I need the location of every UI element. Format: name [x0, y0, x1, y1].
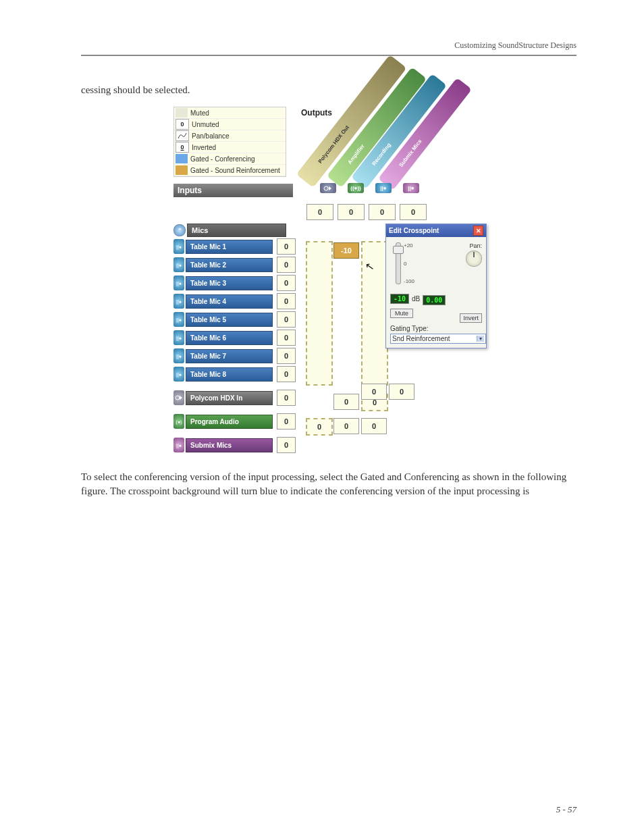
mic-2-label[interactable]: Table Mic 2 — [186, 258, 273, 272]
invert-button[interactable]: Invert — [460, 313, 482, 323]
mic-1-zero[interactable]: 0 — [277, 238, 296, 255]
pan-knob[interactable] — [466, 251, 482, 267]
mic-6-label[interactable]: Table Mic 6 — [186, 331, 273, 345]
output-base-badges: ((●)) ||● ||● — [320, 183, 419, 193]
gated-conf-swatch — [176, 154, 188, 163]
program-icon: (●) — [173, 414, 184, 429]
pan-label: Pan: — [466, 242, 482, 249]
legend-inverted-label: Inverted — [192, 144, 216, 151]
mute-button[interactable]: Mute — [390, 309, 413, 318]
mic-6-zero[interactable]: 0 — [277, 330, 296, 346]
gain-slider[interactable] — [396, 242, 401, 284]
slider-thumb[interactable] — [393, 246, 404, 254]
mic-icon: ||● — [173, 239, 184, 254]
page-header: Customizing SoundStructure Designs — [81, 41, 576, 56]
mic-icon: ||● — [173, 312, 184, 327]
mic-3-label[interactable]: Table Mic 3 — [186, 276, 273, 290]
submix-in-label[interactable]: Submix Mics — [186, 438, 273, 452]
submix-in-icon: ||● — [173, 438, 184, 452]
legend-muted: Muted — [174, 107, 286, 119]
col-zero-1[interactable]: 0 — [338, 204, 365, 220]
inverted-swatch: 0 — [176, 142, 189, 153]
legend-gated-conf-label: Gated - Conferencing — [190, 155, 255, 163]
submix-in-zero[interactable]: 0 — [277, 437, 296, 453]
mic-4-label[interactable]: Table Mic 4 — [186, 294, 273, 309]
gating-type-select[interactable]: Snd Reinforcement ▾ — [390, 334, 486, 344]
mics-group-label[interactable]: Mics — [187, 224, 286, 237]
legend-box: Muted 0 Unmuted Pan/balance 0 Inv — [173, 107, 286, 177]
svg-point-1 — [176, 396, 180, 400]
mic-icon: ||● — [173, 257, 184, 272]
mic-5-label[interactable]: Table Mic 5 — [186, 313, 273, 327]
mic-5-zero[interactable]: 0 — [277, 311, 296, 328]
cp-prog-amp[interactable]: 0 — [333, 418, 359, 434]
legend-muted-label: Muted — [190, 109, 209, 117]
gating-type-value: Snd Reinforcement — [392, 335, 450, 342]
mic-7-zero[interactable]: 0 — [277, 348, 296, 364]
crosspoint-selected[interactable]: -10 — [333, 242, 359, 259]
mics-collapse-icon[interactable]: ⌃ — [173, 224, 186, 236]
table-row: Polycom HDX In 0 — [173, 389, 484, 407]
pan-value[interactable]: 0.00 — [423, 295, 446, 305]
badge-hdx-out — [320, 183, 336, 193]
svg-point-0 — [324, 186, 328, 190]
cp-sub-rec[interactable]: 0 — [361, 384, 387, 400]
db-unit: dB — [412, 295, 420, 303]
mic-icon: ||● — [173, 348, 184, 363]
matrix-col-hdxout[interactable] — [306, 241, 333, 386]
body-text-below: To select the conferencing version of th… — [81, 470, 576, 498]
mic-7-label[interactable]: Table Mic 7 — [186, 349, 273, 363]
matrix-screenshot: Muted 0 Unmuted Pan/balance 0 Inv — [173, 107, 484, 454]
badge-submix: ||● — [403, 183, 419, 193]
legend-pan-label: Pan/balance — [192, 132, 230, 140]
col-zero-0[interactable]: 0 — [306, 204, 333, 220]
mic-1-label[interactable]: Table Mic 1 — [186, 240, 273, 254]
mic-8-label[interactable]: Table Mic 8 — [186, 367, 273, 382]
legend-unmuted-label: Unmuted — [192, 121, 219, 128]
mic-icon: ||● — [173, 294, 184, 309]
gating-type-label: Gating Type: — [390, 325, 482, 332]
hdx-in-label[interactable]: Polycom HDX In — [186, 391, 273, 405]
legend-pan: Pan/balance — [174, 130, 286, 142]
slider-ticks: +20 0 -100 — [404, 242, 414, 284]
legend-inverted: 0 Inverted — [174, 142, 286, 153]
hdx-in-icon — [173, 390, 184, 405]
legend-gated-conf: Gated - Conferencing — [174, 153, 286, 165]
col-zero-2[interactable]: 0 — [369, 204, 396, 220]
cp-hdxin-amp[interactable]: 0 — [333, 394, 359, 410]
unmuted-swatch: 0 — [176, 119, 189, 130]
muted-swatch — [176, 108, 188, 118]
badge-recording: ||● — [375, 183, 392, 193]
legend-gated-sr-label: Gated - Sound Reinforcement — [190, 167, 280, 174]
mic-3-zero[interactable]: 0 — [277, 275, 296, 291]
body-text-above: cessing should be selected. — [81, 83, 576, 97]
cp-prog-rec[interactable]: 0 — [361, 418, 387, 434]
col-zero-3[interactable]: 0 — [400, 204, 427, 220]
program-zero[interactable]: 0 — [277, 413, 296, 429]
inputs-title: Inputs — [173, 184, 293, 197]
mic-icon: ||● — [173, 367, 184, 382]
table-row: ||● Submix Mics 0 — [173, 436, 484, 454]
page-number: 5 - 57 — [556, 804, 576, 815]
cp-prog-hdxout[interactable]: 0 — [306, 418, 333, 436]
mic-icon: ||● — [173, 330, 184, 345]
mic-icon: ||● — [173, 276, 184, 290]
gated-sr-swatch — [176, 165, 188, 175]
popup-close-button[interactable]: ✕ — [473, 226, 483, 236]
legend-gated-sr: Gated - Sound Reinforcement — [174, 165, 286, 176]
cp-sub-submix[interactable]: 0 — [389, 384, 414, 400]
popup-title-text: Edit Crosspoint — [389, 227, 439, 234]
gain-value[interactable]: -10 — [390, 294, 409, 304]
program-label[interactable]: Program Audio — [186, 415, 273, 429]
chevron-down-icon: ▾ — [477, 336, 484, 342]
badge-amplifier: ((●)) — [348, 183, 364, 193]
edit-crosspoint-popup: Edit Crosspoint ✕ +20 0 -100 — [385, 224, 487, 348]
hdx-in-zero[interactable]: 0 — [277, 390, 296, 406]
mic-8-zero[interactable]: 0 — [277, 366, 296, 382]
legend-unmuted: 0 Unmuted — [174, 119, 286, 130]
output-diagonal-labels: Polycom HDX Out Amplifier Recording Subm… — [324, 107, 486, 182]
pan-swatch — [176, 130, 189, 141]
mic-4-zero[interactable]: 0 — [277, 293, 296, 309]
mic-2-zero[interactable]: 0 — [277, 257, 296, 273]
